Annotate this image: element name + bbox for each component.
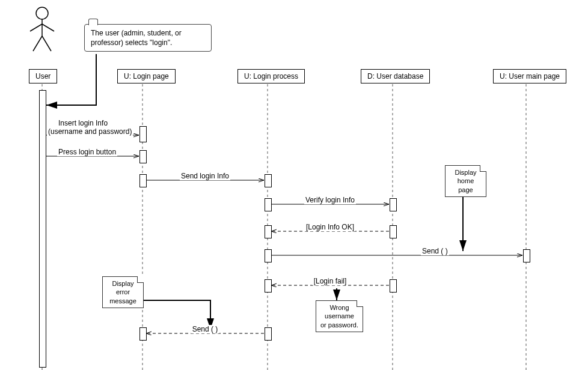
activation-loginpage-1 <box>139 126 147 142</box>
activation-loginprocess-2 <box>265 198 272 211</box>
callout-text: The user (admin, student, or professor) … <box>91 29 182 47</box>
activation-db-2 <box>390 225 397 238</box>
note-wrong-password: Wrong username or password. <box>316 300 363 332</box>
activation-loginprocess-5 <box>265 279 272 293</box>
activation-loginpage-3 <box>139 174 147 187</box>
msg-send-login: Send login Info <box>180 172 230 180</box>
svg-line-4 <box>33 36 42 51</box>
svg-point-0 <box>36 7 48 19</box>
activation-loginprocess-3 <box>265 225 272 238</box>
activation-loginprocess-4 <box>265 249 272 262</box>
participant-login-page: U: Login page <box>117 69 176 83</box>
participant-label: D: User database <box>367 72 423 80</box>
note-line: Display <box>455 169 476 176</box>
diagram-canvas <box>0 0 588 370</box>
activation-loginpage-2 <box>139 150 147 163</box>
note-line: Wrong <box>329 304 349 311</box>
note-line: username <box>325 312 354 320</box>
participant-user-db: D: User database <box>361 69 430 83</box>
activation-loginprocess-6 <box>265 327 272 341</box>
participant-label: U: Login process <box>244 72 298 80</box>
msg-login-fail: [Login fail] <box>313 277 348 285</box>
participant-user: User <box>29 69 57 83</box>
note-line: error <box>116 288 130 296</box>
activation-loginprocess-1 <box>265 174 272 187</box>
msg-send-main: Send ( ) <box>421 247 449 255</box>
activation-mainpage <box>523 249 530 262</box>
note-line: or password. <box>320 321 358 329</box>
msg-insert-login-1: Insert login Info <box>57 119 109 127</box>
msg-verify: Verify login Info <box>304 196 356 204</box>
note-line: Display <box>112 280 133 287</box>
callout-note: The user (admin, student, or professor) … <box>84 24 212 52</box>
note-home-page: Display home page <box>445 165 486 197</box>
activation-db-1 <box>390 198 397 211</box>
msg-insert-login-2: (username and password) <box>47 127 133 136</box>
participant-label: U: User main page <box>500 72 560 80</box>
activation-loginpage-4 <box>139 327 147 341</box>
msg-send-back: Send ( ) <box>191 325 219 333</box>
participant-login-process: U: Login process <box>237 69 305 83</box>
activation-user <box>39 90 46 368</box>
participant-label: User <box>35 72 51 80</box>
msg-login-ok: [Login Info OK] <box>305 223 355 231</box>
svg-line-5 <box>42 36 51 51</box>
svg-line-3 <box>42 24 54 31</box>
participant-main-page: U: User main page <box>493 69 566 83</box>
svg-line-2 <box>30 24 42 31</box>
note-connectors <box>143 192 463 329</box>
msg-press-login: Press login button <box>57 148 117 156</box>
actor-icon <box>30 7 54 51</box>
note-line: message <box>109 297 136 305</box>
activation-db-3 <box>390 279 397 293</box>
participant-label: U: Login page <box>124 72 169 80</box>
note-error-message: Display error message <box>102 276 144 308</box>
note-line: home page <box>458 177 474 193</box>
